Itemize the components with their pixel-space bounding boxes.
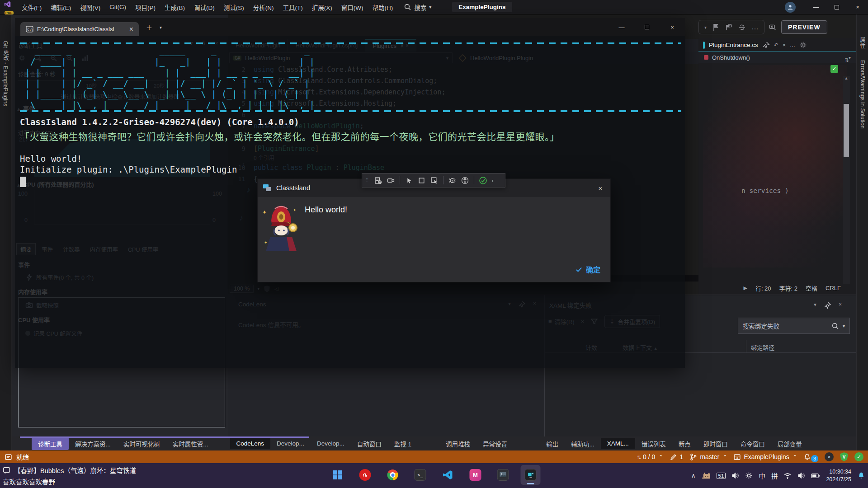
menu-item[interactable]: Git(G) <box>105 0 131 14</box>
cloud-offline-icon[interactable]: × <box>825 452 834 461</box>
volume-icon[interactable] <box>797 472 805 479</box>
display-layout-icon[interactable] <box>418 177 425 184</box>
maximize-button[interactable] <box>826 0 847 14</box>
tool-window-tab[interactable]: 实时属性资... <box>166 437 215 450</box>
binding-search-box[interactable]: 搜索绑定失败 ▾ <box>738 318 850 334</box>
space-indicator[interactable]: 空格 <box>806 284 817 292</box>
scrollbar-thumb[interactable] <box>844 104 849 157</box>
char-indicator[interactable]: 字符: 2 <box>779 284 797 292</box>
gear-icon[interactable] <box>799 41 807 49</box>
tray-expand-icon[interactable]: ∧ <box>691 472 696 479</box>
pin-icon[interactable] <box>762 41 770 49</box>
running-app-icon[interactable] <box>521 465 541 485</box>
notification-bell-icon[interactable] <box>857 472 865 480</box>
preview-button[interactable]: PREVIEW <box>781 20 827 34</box>
properties-vertical-tab[interactable]: 属性 <box>858 37 867 48</box>
terminal-maximize-button[interactable] <box>634 18 660 36</box>
chrome-icon[interactable] <box>383 465 403 485</box>
chevron-down-icon[interactable]: ▾ <box>814 301 816 309</box>
solution-name[interactable]: ExamplePlugins <box>452 2 512 12</box>
tool-window-tab[interactable]: 诊断工具 <box>32 437 69 450</box>
hot-reload-icon[interactable] <box>448 177 456 184</box>
select-element-icon[interactable] <box>405 177 413 184</box>
select-window-icon[interactable] <box>430 177 438 184</box>
strikethrough-icon[interactable] <box>738 23 746 31</box>
flag-layers-icon[interactable] <box>725 23 733 31</box>
line-indicator[interactable]: 行: 20 <box>755 284 771 292</box>
health-check-icon[interactable]: ✓ <box>854 452 863 461</box>
drag-grip[interactable]: ⠿ <box>366 178 369 182</box>
menu-item[interactable]: 生成(B) <box>160 0 189 14</box>
eol-indicator[interactable]: CRLF <box>826 285 841 291</box>
counter-tray-badge[interactable]: 51 <box>717 473 726 479</box>
tool-window-tab[interactable]: 调用堆栈 <box>439 437 476 450</box>
debug-target-group[interactable]: ▾ … <box>698 20 764 34</box>
terminal-title-bar[interactable]: C:\ E:\Coding\ClassIsland\ClassIsl × ＋ ▾… <box>15 18 685 36</box>
flag-icon[interactable] <box>712 23 720 31</box>
right-editor-tab[interactable]: PluginEntrance.cs ↶ × … <box>698 39 856 52</box>
tool-window-tab[interactable]: Develop... <box>270 438 311 449</box>
new-tab-button[interactable]: ＋ <box>146 23 152 32</box>
pink-app-icon[interactable]: M <box>466 465 486 485</box>
menu-item[interactable]: 窗口(W) <box>337 0 368 14</box>
collapse-toolbar-icon[interactable]: ‹ <box>492 177 494 184</box>
start-button[interactable] <box>328 465 348 485</box>
menu-item[interactable]: 扩展(X) <box>307 0 337 14</box>
terminal-app-icon[interactable]: >_ <box>410 465 430 485</box>
taskbar-clock[interactable]: 10:30:34 2024/7/25 <box>826 468 851 483</box>
tool-window-tab[interactable]: 错误列表 <box>635 437 672 450</box>
menu-item[interactable]: 项目(P) <box>131 0 160 14</box>
event-log-icon[interactable] <box>374 177 382 184</box>
dialog-close-button[interactable]: × <box>590 179 610 197</box>
tab-close-icon[interactable]: × <box>129 25 133 33</box>
cat-tray-icon[interactable] <box>702 471 711 480</box>
minimize-button[interactable]: — <box>806 0 826 14</box>
menu-item[interactable]: 帮助(H) <box>368 0 397 14</box>
send-feedback-icon[interactable] <box>769 23 777 31</box>
git-changes-vertical-tab[interactable]: Git 更改 - ExamplePlugins <box>1 41 10 106</box>
git-branch[interactable]: master ⌃ <box>689 453 727 461</box>
scroll-up-icon[interactable]: ▲ <box>843 76 850 80</box>
tool-window-tab[interactable]: 辅助功... <box>565 437 601 450</box>
tool-window-tab[interactable]: CodeLens <box>230 438 271 449</box>
tool-window-tab[interactable]: 监视 1 <box>388 437 418 450</box>
tool-window-tab[interactable]: XAML... <box>601 438 635 449</box>
tool-window-tab[interactable]: 自动窗口 <box>351 437 388 450</box>
status-ok-icon[interactable] <box>479 177 487 184</box>
menu-item[interactable]: 调试(D) <box>189 0 219 14</box>
terminal-minimize-button[interactable]: — <box>609 18 634 36</box>
tool-window-tab[interactable]: 断点 <box>672 437 697 450</box>
close-button[interactable]: × <box>847 0 868 14</box>
tool-window-tab[interactable]: 即时窗口 <box>697 437 734 450</box>
tool-window-tab[interactable]: 异常设置 <box>476 437 514 450</box>
pending-edits[interactable]: 1 <box>670 453 684 461</box>
tab-dropdown-icon[interactable]: ▾ <box>160 25 162 30</box>
close-icon[interactable]: × <box>783 42 786 48</box>
terminal-tab[interactable]: C:\ E:\Coding\ClassIsland\ClassIsl × <box>20 22 139 36</box>
menu-item[interactable]: 测试(S) <box>219 0 249 14</box>
ime-mode-indicator[interactable]: 拼 <box>771 471 778 480</box>
menu-item[interactable]: 文件(F) <box>17 0 46 14</box>
tool-window-tab[interactable]: 局部变量 <box>771 437 808 450</box>
menu-item[interactable]: 编辑(E) <box>46 0 75 14</box>
sync-status[interactable]: ↑↓ 0 / 0 ⌃ <box>637 453 663 460</box>
record-screen-icon[interactable] <box>387 177 395 184</box>
tool-window-tab[interactable]: 输出 <box>540 437 565 450</box>
ime-language-indicator[interactable]: 中 <box>759 471 765 480</box>
audio-device-icon[interactable] <box>731 472 739 479</box>
more-icon[interactable]: … <box>751 23 759 31</box>
tool-window-tab[interactable]: 解决方案资... <box>69 437 117 450</box>
caret-right-icon[interactable]: ▶ <box>743 285 747 291</box>
music-app-icon[interactable] <box>355 465 375 485</box>
task-center-icon[interactable] <box>5 453 12 461</box>
brightness-icon[interactable] <box>745 472 753 479</box>
menu-item[interactable]: 工具(T) <box>278 0 307 14</box>
security-shield-icon[interactable]: V <box>840 452 848 461</box>
tool-window-tab[interactable]: 命令窗口 <box>734 437 771 450</box>
wifi-icon[interactable] <box>783 472 792 480</box>
errors-vertical-tab[interactable]: Errors/Warnings in Solution <box>859 60 866 129</box>
terminal-close-button[interactable]: × <box>660 18 685 36</box>
notifications[interactable]: 3 <box>803 451 818 462</box>
pin-icon[interactable] <box>824 301 831 309</box>
git-repository[interactable]: ExamplePlugins ⌃ <box>733 453 797 461</box>
